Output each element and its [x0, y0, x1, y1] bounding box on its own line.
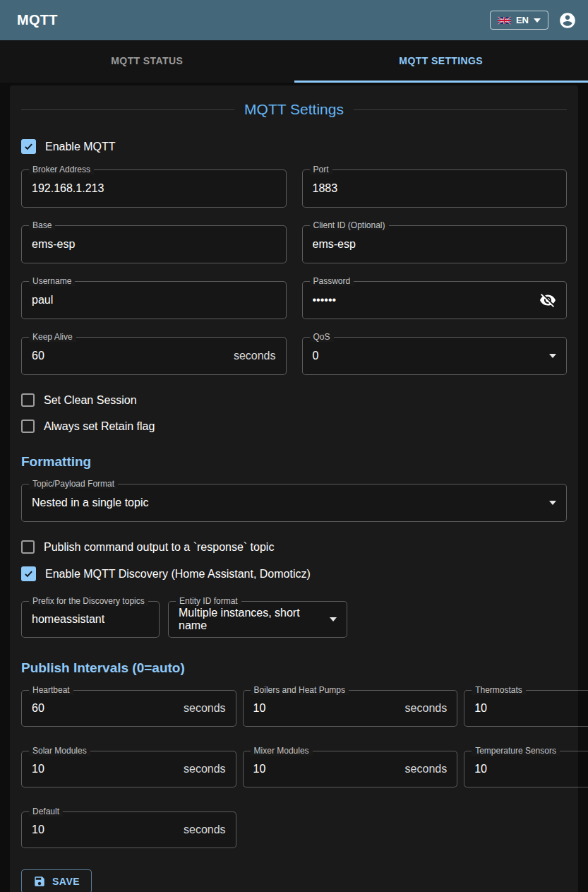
checkbox-label: Enable MQTT — [45, 141, 116, 153]
discovery-fields-row: Prefix for the Discovery topics Entity I… — [21, 601, 567, 638]
settings-card: MQTT Settings Enable MQTT Broker Address… — [10, 85, 578, 892]
uk-flag-icon — [498, 16, 511, 25]
base-input[interactable] — [32, 238, 276, 251]
field-label: Mixer Modules — [251, 746, 313, 756]
checkbox-clean-session[interactable]: Set Clean Session — [21, 393, 567, 407]
select-entity-id-format[interactable]: Entity ID format Multiple instances, sho… — [168, 601, 347, 638]
password-input[interactable] — [313, 294, 540, 307]
save-button[interactable]: SAVE — [21, 869, 92, 892]
field-label: Client ID (Optional) — [310, 220, 389, 230]
field-client-id: Client ID (Optional) — [302, 225, 568, 263]
default-interval-input[interactable] — [32, 823, 178, 836]
field-broker-address: Broker Address — [21, 170, 287, 208]
tab-bar: MQTT STATUS MQTT SETTINGS — [0, 40, 588, 83]
field-label: Port — [310, 165, 332, 174]
checkbox-unchecked-icon — [21, 393, 35, 407]
port-input[interactable] — [313, 182, 557, 195]
seconds-adornment: seconds — [184, 763, 226, 775]
formatting-header: Formatting — [21, 454, 567, 470]
field-label: Temperature Sensors — [472, 746, 560, 756]
chevron-down-icon — [549, 354, 556, 358]
temperature-sensors-input[interactable] — [474, 763, 588, 775]
thermostats-input[interactable] — [474, 702, 588, 715]
field-label: Heartbeat — [29, 685, 73, 695]
checkbox-label: Always set Retain flag — [44, 420, 155, 433]
field-label: Base — [29, 220, 55, 230]
qos-value: 0 — [313, 350, 550, 362]
seconds-adornment: seconds — [184, 823, 226, 836]
checkbox-checked-icon — [21, 566, 36, 581]
keep-alive-input[interactable] — [32, 350, 228, 362]
heartbeat-input[interactable] — [32, 702, 178, 715]
field-label: Keep Alive — [29, 332, 76, 342]
topic-format-value: Nested in a single topic — [32, 496, 549, 509]
chevron-down-icon — [330, 617, 337, 622]
account-circle-icon[interactable] — [558, 11, 577, 30]
seconds-adornment: seconds — [184, 702, 226, 715]
field-default-interval: Default seconds — [21, 811, 236, 848]
chevron-down-icon — [549, 501, 556, 505]
field-password: Password — [302, 281, 568, 319]
field-temperature-sensors: Temperature Sensors seconds — [464, 751, 588, 787]
checkbox-label: Set Clean Session — [44, 394, 137, 407]
tab-mqtt-settings[interactable]: MQTT SETTINGS — [294, 40, 588, 83]
chevron-down-icon — [534, 18, 541, 23]
field-thermostats: Thermostats seconds — [464, 690, 588, 727]
field-discovery-prefix: Prefix for the Discovery topics — [21, 601, 160, 638]
client-id-input[interactable] — [313, 238, 557, 251]
field-base: Base — [21, 225, 287, 263]
field-label: Prefix for the Discovery topics — [29, 596, 148, 606]
app-bar: MQTT EN — [0, 0, 588, 40]
publish-intervals-header: Publish Intervals (0=auto) — [21, 660, 567, 676]
checkbox-retain-flag[interactable]: Always set Retain flag — [21, 420, 567, 433]
checkbox-mqtt-discovery[interactable]: Enable MQTT Discovery (Home Assistant, D… — [21, 566, 567, 581]
page-title: MQTT — [17, 12, 58, 28]
checkbox-response-topic[interactable]: Publish command output to a `response` t… — [21, 540, 567, 554]
seconds-adornment: seconds — [405, 702, 448, 715]
language-selector[interactable]: EN — [490, 11, 548, 30]
select-qos[interactable]: QoS 0 — [302, 337, 568, 375]
field-mixer-modules: Mixer Modules seconds — [243, 751, 458, 787]
field-label: Boilers and Heat Pumps — [251, 685, 349, 695]
field-label: Entity ID format — [176, 596, 241, 606]
field-boilers-heat-pumps: Boilers and Heat Pumps seconds — [243, 690, 458, 727]
seconds-adornment: seconds — [234, 350, 276, 362]
checkbox-unchecked-icon — [21, 540, 35, 554]
checkbox-enable-mqtt[interactable]: Enable MQTT — [21, 139, 567, 154]
appbar-actions: EN — [490, 11, 577, 30]
field-port: Port — [302, 170, 568, 208]
divider-line — [354, 109, 567, 110]
mixer-modules-input[interactable] — [253, 763, 400, 775]
language-label: EN — [516, 15, 529, 25]
save-button-label: SAVE — [52, 876, 80, 887]
field-label: Broker Address — [29, 165, 94, 174]
settings-title: MQTT Settings — [244, 101, 344, 118]
entity-format-value: Multiple instances, short name — [179, 607, 330, 632]
solar-modules-input[interactable] — [32, 763, 178, 775]
broker-address-input[interactable] — [32, 182, 276, 195]
field-label: Thermostats — [472, 685, 526, 695]
field-label: QoS — [310, 332, 334, 342]
field-username: Username — [21, 281, 287, 319]
checkbox-checked-icon — [21, 139, 36, 154]
field-label: Password — [310, 276, 354, 286]
field-label: Default — [29, 807, 63, 816]
field-keep-alive: Keep Alive seconds — [21, 337, 287, 375]
seconds-adornment: seconds — [405, 763, 448, 775]
username-input[interactable] — [32, 294, 276, 307]
discovery-prefix-input[interactable] — [32, 613, 149, 626]
divider-line — [21, 109, 234, 110]
field-heartbeat: Heartbeat seconds — [21, 690, 236, 727]
tab-mqtt-status[interactable]: MQTT STATUS — [0, 40, 294, 83]
field-label: Solar Modules — [29, 746, 90, 756]
checkbox-label: Enable MQTT Discovery (Home Assistant, D… — [45, 568, 311, 581]
field-label: Username — [29, 276, 75, 286]
settings-title-divider: MQTT Settings — [21, 101, 567, 118]
save-icon — [33, 875, 46, 888]
field-solar-modules: Solar Modules seconds — [21, 751, 236, 787]
boilers-input[interactable] — [253, 702, 400, 715]
visibility-off-icon[interactable] — [539, 292, 556, 309]
field-label: Topic/Payload Format — [29, 479, 118, 489]
checkbox-unchecked-icon — [21, 420, 35, 433]
select-topic-payload-format[interactable]: Topic/Payload Format Nested in a single … — [21, 484, 567, 522]
